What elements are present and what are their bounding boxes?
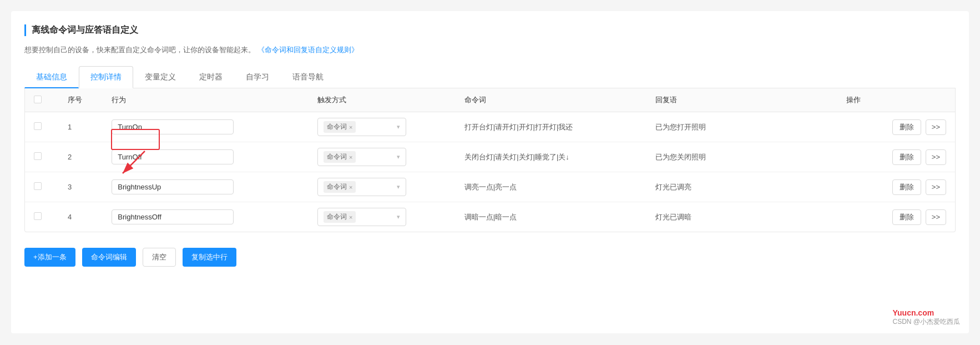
watermark-yuucn: Yuucn.com <box>892 308 960 317</box>
th-action: 操作 <box>837 88 955 112</box>
bottom-toolbar: +添加一条 命令词编辑 清空 复制选中行 <box>24 241 956 273</box>
trigger-select-1[interactable]: 命令词 × ▾ <box>317 118 406 136</box>
row-reply: 已为您关闭照明 <box>646 142 837 172</box>
row-command: 打开台灯|请开灯|开灯|打开灯|我还 <box>456 112 646 142</box>
tab-variables[interactable]: 变量定义 <box>133 66 188 88</box>
trigger-tag-4: 命令词 × <box>324 211 356 223</box>
subtitle-text: 想要控制自己的设备，快来配置自定义命令词吧，让你的设备智能起来。 <box>24 46 255 54</box>
trigger-close-icon[interactable]: × <box>349 124 352 131</box>
reply-text-1: 已为您打开照明 <box>655 123 706 131</box>
page-title: 离线命令词与应答语自定义 <box>32 24 138 36</box>
row-num: 3 <box>59 172 103 202</box>
behavior-input-3[interactable] <box>112 179 234 194</box>
row-behavior <box>103 172 309 202</box>
table-row: 1 命令词 × ▾ 打开台灯|请开灯|开灯|打开灯|我还 已为您打开照明 <box>25 112 955 142</box>
tabs-container: 基础信息 控制详情 变量定义 定时器 自学习 语音导航 <box>24 66 956 88</box>
detail-button-3[interactable]: >> <box>926 179 946 195</box>
row-behavior <box>103 202 309 232</box>
row-trigger: 命令词 × ▾ <box>309 172 456 202</box>
behavior-input-1[interactable] <box>112 119 234 134</box>
delete-button-1[interactable]: 删除 <box>892 119 921 135</box>
row-trigger: 命令词 × ▾ <box>309 112 456 142</box>
reply-text-2: 已为您关闭照明 <box>655 153 706 161</box>
command-text-1: 打开台灯|请开灯|开灯|打开灯|我还 <box>464 123 573 131</box>
th-num: 序号 <box>59 88 103 112</box>
row-command: 关闭台灯|请关灯|关灯|睡觉了|关↓ <box>456 142 646 172</box>
tab-section: 基础信息 控制详情 变量定义 定时器 自学习 语音导航 <box>24 66 956 88</box>
tab-control[interactable]: 控制详情 <box>79 66 133 88</box>
command-text-2: 关闭台灯|请关灯|关灯|睡觉了|关↓ <box>464 153 569 161</box>
row-action: 删除 >> <box>837 172 955 202</box>
delete-button-4[interactable]: 删除 <box>892 209 921 225</box>
trigger-close-icon[interactable]: × <box>349 154 352 161</box>
reply-text-3: 灯光已调亮 <box>655 183 691 191</box>
th-command: 命令词 <box>456 88 646 112</box>
trigger-close-icon[interactable]: × <box>349 214 352 221</box>
row-num: 1 <box>59 112 103 142</box>
trigger-select-4[interactable]: 命令词 × ▾ <box>317 208 406 226</box>
subtitle-link[interactable]: 《命令词和回复语自定义规则》 <box>257 46 358 54</box>
row-checkbox-cell <box>25 112 59 142</box>
row-reply: 已为您打开照明 <box>646 112 837 142</box>
row-checkbox-cell <box>25 142 59 172</box>
behavior-input-2[interactable] <box>112 149 234 164</box>
row-num: 4 <box>59 202 103 232</box>
th-reply: 回复语 <box>646 88 837 112</box>
chevron-down-icon: ▾ <box>397 183 400 191</box>
delete-button-2[interactable]: 删除 <box>892 149 921 165</box>
detail-button-1[interactable]: >> <box>926 119 946 135</box>
clear-button[interactable]: 清空 <box>143 248 176 267</box>
behavior-input-4[interactable] <box>112 209 234 224</box>
action-area-1: 删除 >> <box>846 119 946 135</box>
trigger-close-icon[interactable]: × <box>349 184 352 191</box>
row-num: 2 <box>59 142 103 172</box>
trigger-select-3[interactable]: 命令词 × ▾ <box>317 178 406 196</box>
row-command: 调亮一点|亮一点 <box>456 172 646 202</box>
row-checkbox-4[interactable] <box>34 212 42 220</box>
trigger-tag-1: 命令词 × <box>324 121 356 133</box>
detail-button-2[interactable]: >> <box>926 149 946 165</box>
detail-button-4[interactable]: >> <box>926 209 946 225</box>
tab-selflearn[interactable]: 自学习 <box>234 66 281 88</box>
command-text-3: 调亮一点|亮一点 <box>464 183 517 191</box>
row-checkbox-2[interactable] <box>34 152 42 160</box>
row-behavior <box>103 112 309 142</box>
row-checkbox-3[interactable] <box>34 182 42 190</box>
row-checkbox-cell <box>25 202 59 232</box>
chevron-down-icon: ▾ <box>397 213 400 221</box>
action-area-2: 删除 >> <box>846 149 946 165</box>
tab-basic[interactable]: 基础信息 <box>24 66 79 88</box>
table-row: 4 命令词 × ▾ 调暗一点|暗一点 灯光已调暗 <box>25 202 955 232</box>
th-trigger: 触发方式 <box>309 88 456 112</box>
row-checkbox-cell <box>25 172 59 202</box>
delete-button-3[interactable]: 删除 <box>892 179 921 195</box>
tab-timer[interactable]: 定时器 <box>188 66 234 88</box>
trigger-tag-3: 命令词 × <box>324 181 356 193</box>
th-checkbox <box>25 88 59 112</box>
row-trigger: 命令词 × ▾ <box>309 202 456 232</box>
row-reply: 灯光已调暗 <box>646 202 837 232</box>
copy-selected-button[interactable]: 复制选中行 <box>183 248 236 267</box>
chevron-down-icon: ▾ <box>397 123 400 131</box>
row-action: 删除 >> <box>837 112 955 142</box>
tab-voicenav[interactable]: 语音导航 <box>281 66 335 88</box>
subtitle: 想要控制自己的设备，快来配置自定义命令词吧，让你的设备智能起来。 《命令词和回复… <box>24 45 956 55</box>
th-behavior: 行为 <box>103 88 309 112</box>
table-row: 3 命令词 × ▾ 调亮一点|亮一点 灯光已调亮 <box>25 172 955 202</box>
row-checkbox-1[interactable] <box>34 122 42 130</box>
edit-command-button[interactable]: 命令词编辑 <box>82 248 136 267</box>
table-header-row: 序号 行为 触发方式 命令词 回复语 操作 <box>25 88 955 112</box>
data-table-container: 序号 行为 触发方式 命令词 回复语 操作 <box>24 88 956 232</box>
select-all-checkbox[interactable] <box>34 96 42 103</box>
row-action: 删除 >> <box>837 202 955 232</box>
add-row-button[interactable]: +添加一条 <box>24 248 75 267</box>
data-table: 序号 行为 触发方式 命令词 回复语 操作 <box>25 88 955 232</box>
chevron-down-icon: ▾ <box>397 153 400 161</box>
trigger-select-2[interactable]: 命令词 × ▾ <box>317 148 406 166</box>
trigger-tag-2: 命令词 × <box>324 151 356 163</box>
reply-text-4: 灯光已调暗 <box>655 213 691 221</box>
action-area-4: 删除 >> <box>846 209 946 225</box>
row-behavior <box>103 142 309 172</box>
table-row: 2 命令词 × ▾ 关闭台灯|请关灯|关灯|睡觉了|关↓ 已为您关闭照明 <box>25 142 955 172</box>
row-command: 调暗一点|暗一点 <box>456 202 646 232</box>
